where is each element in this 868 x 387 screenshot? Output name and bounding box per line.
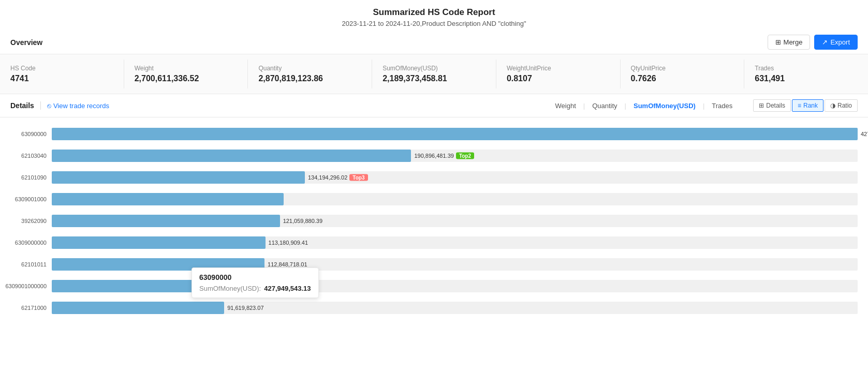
stat-value: 631,491	[755, 74, 858, 83]
bar-row: 630900100000095,260,271.77	[52, 280, 858, 292]
bar-code-label: 62101011	[0, 261, 47, 267]
export-icon: ↗	[822, 38, 828, 46]
stat-value: 0.7626	[631, 74, 734, 83]
metric-separator: |	[625, 102, 626, 110]
metric-item[interactable]: SumOfMoney(USD)	[628, 100, 701, 112]
stat-label: Quantity	[258, 65, 361, 72]
view-trade-label: View trade records	[53, 102, 109, 110]
stat-value: 2,870,819,123.86	[258, 74, 361, 83]
view-trade-link[interactable]: ⎋ View trade records	[47, 102, 109, 110]
merge-icon: ⊞	[775, 38, 781, 46]
bar-fill	[52, 193, 284, 205]
rank-icon: ≡	[798, 102, 801, 109]
bar-track: 134,194,296.02Top3	[52, 171, 858, 184]
rank-badge: Top3	[349, 174, 367, 181]
divider	[40, 101, 41, 110]
stat-item: QtyUnitPrice0.7626	[621, 59, 745, 88]
view-btn-details[interactable]: ⊞ Details	[753, 99, 791, 112]
merge-button[interactable]: ⊞ Merge	[768, 35, 811, 50]
bar-code-label: 62101090	[0, 174, 47, 181]
details-left: Details ⎋ View trade records	[10, 101, 109, 110]
bar-code-label: 62103040	[0, 153, 47, 159]
stat-item: Quantity2,870,819,123.86	[248, 59, 372, 88]
stats-row: HS Code4741Weight2,700,611,336.52Quantit…	[0, 54, 868, 94]
page-subtitle: 2023-11-21 to 2024-11-20,Product Descrip…	[0, 20, 868, 27]
bar-fill: 190,896,481.39Top2	[52, 150, 411, 162]
overview-label: Overview	[10, 38, 42, 47]
bar-value: 427,949,543.13Top1	[861, 131, 868, 138]
bar-value: 113,180,909.41	[269, 240, 308, 246]
stat-value: 2,700,611,336.52	[135, 74, 238, 83]
stat-item: Trades631,491	[744, 59, 868, 88]
bar-fill: 121,059,880.39	[52, 215, 280, 227]
bar-value: 112,848,718.01	[268, 261, 307, 267]
view-btn-rank[interactable]: ≡ Rank	[792, 99, 823, 112]
chart-container: 63090000427,949,543.13Top162103040190,89…	[0, 117, 868, 376]
stat-value: 4741	[10, 74, 113, 83]
bar-track: 427,949,543.13Top1	[52, 128, 858, 140]
stat-label: HS Code	[10, 65, 113, 72]
bar-track: 190,896,481.39Top2	[52, 150, 858, 162]
bar-row: 6309001000	[52, 193, 858, 205]
top-bar-actions: ⊞ Merge ↗ Export	[768, 35, 858, 50]
export-button[interactable]: ↗ Export	[814, 35, 858, 50]
bar-fill: 134,194,296.02Top3	[52, 171, 305, 184]
stat-item: SumOfMoney(USD)2,189,373,458.81	[372, 59, 496, 88]
metric-separator: |	[703, 102, 704, 110]
details-bar: Details ⎋ View trade records Weight|Quan…	[0, 94, 868, 117]
top-bar: Overview ⊞ Merge ↗ Export	[0, 31, 868, 54]
stat-label: Trades	[755, 65, 858, 72]
bar-code-label: 6309001000	[0, 196, 47, 202]
stat-label: SumOfMoney(USD)	[382, 65, 486, 72]
bar-row: 62101090134,194,296.02Top3	[52, 171, 858, 184]
bar-row: 63090000427,949,543.13Top1	[52, 128, 858, 140]
metric-separator: |	[583, 102, 585, 110]
page-title: Summarized HS Code Report	[0, 7, 868, 18]
bar-track: 121,059,880.39	[52, 215, 858, 227]
metric-item[interactable]: Trades	[707, 100, 738, 112]
stat-label: WeightUnitPrice	[507, 65, 610, 72]
bar-code-label: 39262090	[0, 218, 47, 224]
metric-item[interactable]: Quantity	[587, 100, 622, 112]
details-icon: ⊞	[759, 102, 764, 109]
bar-value: 121,059,880.39	[283, 218, 322, 224]
bar-fill: 427,949,543.13Top1	[52, 128, 858, 140]
bar-row: 62103040190,896,481.39Top2	[52, 150, 858, 162]
bar-fill: 95,260,271.77	[52, 280, 231, 292]
export-label: Export	[830, 38, 850, 46]
bar-track: 91,619,823.07	[52, 302, 858, 314]
stat-item: Weight2,700,611,336.52	[124, 59, 248, 88]
bar-value: 134,194,296.02Top3	[308, 174, 368, 181]
stat-label: QtyUnitPrice	[631, 65, 734, 72]
stat-value: 2,189,373,458.81	[382, 74, 486, 83]
stat-value: 0.8107	[507, 74, 610, 83]
bar-fill: 112,848,718.01	[52, 258, 264, 271]
page-header: Summarized HS Code Report 2023-11-21 to …	[0, 0, 868, 31]
bar-track: 112,848,718.01	[52, 258, 858, 271]
bar-value: 95,260,271.77	[234, 283, 271, 289]
bar-code-label: 62171000	[0, 305, 47, 311]
bar-fill: 91,619,823.07	[52, 302, 224, 314]
chart-wrapper: 63090000427,949,543.13Top162103040190,89…	[0, 117, 868, 376]
bar-track: 113,180,909.41	[52, 236, 858, 249]
details-title: Details	[10, 101, 34, 110]
view-buttons: ⊞ Details≡ Rank◑ Ratio	[753, 99, 858, 112]
metric-item[interactable]: Weight	[550, 100, 581, 112]
stat-label: Weight	[135, 65, 238, 72]
view-btn-ratio[interactable]: ◑ Ratio	[825, 99, 858, 112]
bar-track: 95,260,271.77	[52, 280, 858, 292]
bar-row: 39262090121,059,880.39	[52, 215, 858, 227]
bar-track	[52, 193, 858, 205]
rank-badge: Top2	[456, 153, 474, 159]
bar-code-label: 6309001000000	[0, 283, 47, 289]
view-trade-icon: ⎋	[47, 102, 51, 110]
bar-row: 62101011112,848,718.01	[52, 258, 858, 271]
ratio-icon: ◑	[830, 102, 835, 109]
stat-item: HS Code4741	[0, 59, 124, 88]
bar-code-label: 63090000	[0, 131, 47, 137]
bar-row: 6309000000113,180,909.41	[52, 236, 858, 249]
stat-item: WeightUnitPrice0.8107	[496, 59, 621, 88]
merge-label: Merge	[784, 38, 803, 46]
bar-value: 190,896,481.39Top2	[414, 153, 474, 159]
bar-value: 91,619,823.07	[227, 305, 263, 311]
